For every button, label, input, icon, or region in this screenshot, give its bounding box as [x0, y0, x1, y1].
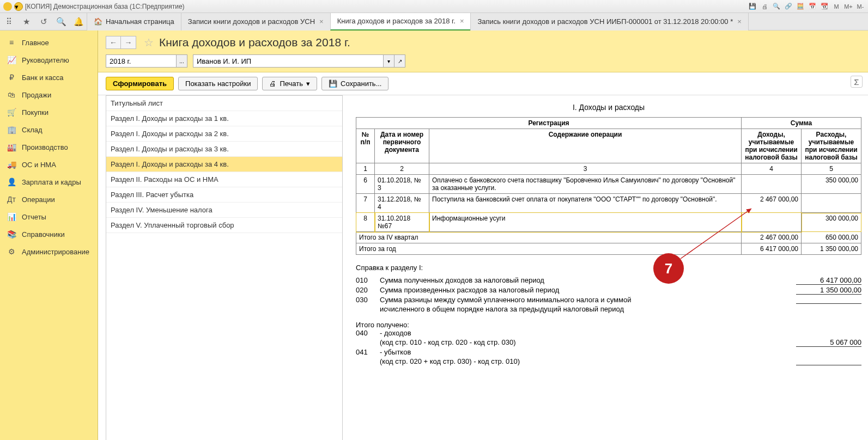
- sidebar-item[interactable]: 🚚ОС и НМА: [0, 156, 98, 173]
- spravka-row: 041- убытков: [356, 348, 861, 356]
- bell-icon[interactable]: 🔔: [70, 13, 87, 30]
- sidebar-icon: 🛍: [7, 90, 16, 99]
- period-input[interactable]: [106, 54, 177, 68]
- org-dropdown-button[interactable]: ▾: [384, 54, 394, 68]
- report-view: I. Доходы и расходы РегистрацияСумма № п…: [343, 95, 868, 440]
- save-button[interactable]: 💾Сохранить...: [321, 77, 389, 90]
- printer-icon: 🖨: [269, 80, 276, 88]
- sidebar-item[interactable]: 📈Руководителю: [0, 51, 98, 69]
- search-icon[interactable]: 🔍: [772, 2, 781, 11]
- sidebar-label: Склад: [22, 126, 43, 134]
- sidebar-item[interactable]: 🏭Производство: [0, 138, 98, 156]
- sidebar-item[interactable]: ₽Банк и касса: [0, 69, 98, 86]
- spravka-row: 030Сумма разницы между суммой уплаченног…: [356, 296, 861, 304]
- tab[interactable]: Запись книги доходов и расходов УСН ИИБП…: [470, 13, 748, 30]
- sidebar-label: Администрирование: [22, 248, 89, 256]
- spravka-block: Справка к разделу I: 010Сумма полученных…: [356, 264, 861, 365]
- calendar2-icon[interactable]: 📆: [820, 2, 829, 11]
- main-toolbar: ⠿ ★ ↺ 🔍 🔔 🏠Начальная страницаЗаписи книг…: [0, 13, 868, 30]
- period-field: ...: [106, 54, 187, 68]
- sidebar-label: Продажи: [22, 91, 51, 99]
- sidebar-icon: Дт: [7, 195, 16, 204]
- close-icon[interactable]: ×: [319, 17, 324, 26]
- table-row[interactable]: 601.10.2018, № 3Оплачено с банковского с…: [356, 175, 861, 194]
- sidebar-icon: 🏭: [7, 143, 16, 151]
- sidebar-icon: ₽: [7, 73, 16, 82]
- sidebar-item[interactable]: 🛒Покупки: [0, 103, 98, 121]
- sidebar-item[interactable]: 👤Зарплата и кадры: [0, 173, 98, 191]
- tab[interactable]: Книга доходов и расходов за 2018 г.×: [330, 13, 471, 30]
- sidebar-label: Справочники: [22, 230, 65, 239]
- report-table: РегистрацияСумма № п/пДата и номер перви…: [356, 117, 861, 255]
- spravka-row: 040- доходов: [356, 329, 861, 337]
- sidebar-item[interactable]: ≡Главное: [0, 34, 98, 51]
- link-icon[interactable]: 🔗: [784, 2, 793, 11]
- section-item[interactable]: Раздел V. Уплаченный торговый сбор: [106, 218, 342, 233]
- annotation-badge: 7: [653, 253, 684, 284]
- section-item[interactable]: Раздел III. Расчет убытка: [106, 187, 342, 203]
- sidebar-label: Отчеты: [22, 213, 46, 221]
- sidebar-label: Производство: [22, 143, 68, 151]
- org-open-button[interactable]: ↗: [394, 54, 405, 68]
- star-icon[interactable]: ☆: [144, 36, 154, 49]
- settings-button[interactable]: Показать настройки: [178, 77, 258, 90]
- dropdown-icon[interactable]: ▾: [14, 2, 23, 11]
- m-plus-icon[interactable]: M+: [844, 2, 853, 11]
- section-item[interactable]: Раздел I. Доходы и расходы за 4 кв.: [106, 157, 342, 172]
- section-item[interactable]: Раздел I. Доходы и расходы за 2 кв.: [106, 126, 342, 142]
- report-title: I. Доходы и расходы: [356, 103, 861, 112]
- window-title: [КОПИЯ] Демонстрационная база (1С:Предпр…: [25, 3, 185, 10]
- form-button[interactable]: Сформировать: [106, 77, 174, 90]
- nav-sidebar: ≡Главное📈Руководителю₽Банк и касса🛍Прода…: [0, 30, 98, 440]
- print-button[interactable]: 🖨Печать ▾: [262, 77, 317, 90]
- sidebar-item[interactable]: ДтОперации: [0, 191, 98, 208]
- print-icon[interactable]: 🖨: [760, 2, 769, 11]
- sidebar-item[interactable]: 🛍Продажи: [0, 86, 98, 103]
- m-minus-icon[interactable]: M-: [856, 2, 865, 11]
- sigma-button[interactable]: Σ: [851, 76, 863, 88]
- tab[interactable]: Записи книги доходов и расходов УСН×: [181, 13, 331, 30]
- close-icon[interactable]: ×: [460, 17, 464, 25]
- disk-icon: 💾: [329, 80, 337, 88]
- total-row: Итого за год6 417 000,001 350 000,00: [356, 243, 861, 255]
- period-more-button[interactable]: ...: [177, 54, 187, 68]
- table-row[interactable]: 731.12.2018, № 4Поступила на банковский …: [356, 194, 861, 213]
- m-icon[interactable]: M: [832, 2, 841, 11]
- calc-icon[interactable]: 🧮: [796, 2, 805, 11]
- sidebar-item[interactable]: 📊Отчеты: [0, 208, 98, 225]
- sidebar-icon: 🏢: [7, 125, 16, 134]
- tab[interactable]: 🏠Начальная страница: [87, 13, 181, 30]
- sidebar-icon: ≡: [7, 38, 16, 47]
- nav-forward-button[interactable]: →: [121, 36, 136, 49]
- sidebar-icon: 📚: [7, 230, 16, 239]
- calendar1-icon[interactable]: 📅: [808, 2, 817, 11]
- section-item[interactable]: Титульный лист: [106, 96, 342, 111]
- section-item[interactable]: Раздел I. Доходы и расходы за 1 кв.: [106, 111, 342, 126]
- sidebar-icon: 👤: [7, 178, 16, 186]
- close-icon[interactable]: ×: [737, 17, 742, 26]
- apps-icon[interactable]: ⠿: [0, 13, 17, 30]
- sidebar-item[interactable]: ⚙Администрирование: [0, 243, 98, 260]
- history-icon[interactable]: ↺: [35, 13, 52, 30]
- save-icon[interactable]: 💾: [748, 2, 757, 11]
- spravka-row: 020Сумма произведенных расходов за налог…: [356, 286, 861, 295]
- search-toolbar-icon[interactable]: 🔍: [52, 13, 70, 30]
- sidebar-label: Зарплата и кадры: [22, 178, 81, 186]
- sidebar-icon: 📈: [7, 56, 16, 64]
- sidebar-item[interactable]: 🏢Склад: [0, 121, 98, 138]
- org-input[interactable]: [193, 54, 384, 68]
- section-item[interactable]: Раздел I. Доходы и расходы за 3 кв.: [106, 142, 342, 157]
- window-titlebar: ▾ [КОПИЯ] Демонстрационная база (1С:Пред…: [0, 0, 868, 13]
- table-row[interactable]: 831.10.2018 №67Информационные усуги300 0…: [356, 213, 861, 232]
- sidebar-icon: 🚚: [7, 160, 16, 169]
- open-tabs: 🏠Начальная страницаЗаписи книги доходов …: [87, 13, 749, 30]
- spravka-row: 010Сумма полученных доходов за налоговый…: [356, 276, 861, 285]
- favorite-icon[interactable]: ★: [17, 13, 35, 30]
- section-item[interactable]: Раздел IV. Уменьшение налога: [106, 203, 342, 218]
- section-item[interactable]: Раздел II. Расходы на ОС и НМА: [106, 172, 342, 187]
- nav-back-button[interactable]: ←: [106, 36, 121, 49]
- sidebar-item[interactable]: 📚Справочники: [0, 225, 98, 243]
- action-bar: Сформировать Показать настройки 🖨Печать …: [98, 72, 868, 95]
- sidebar-label: Руководителю: [22, 56, 69, 64]
- sidebar-label: Покупки: [22, 108, 48, 117]
